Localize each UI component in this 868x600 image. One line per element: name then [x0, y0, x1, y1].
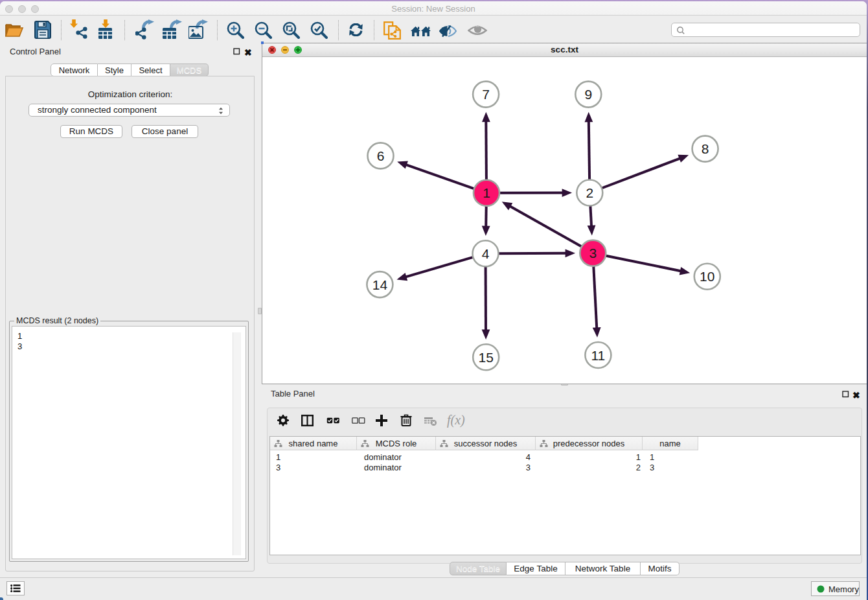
- svg-text:6: 6: [377, 148, 385, 163]
- svg-text:1: 1: [483, 185, 490, 200]
- svg-text:4: 4: [482, 246, 490, 261]
- svg-text:7: 7: [482, 87, 490, 102]
- svg-text:10: 10: [700, 269, 714, 284]
- svg-text:14: 14: [372, 277, 388, 292]
- svg-text:15: 15: [479, 350, 494, 365]
- svg-text:11: 11: [591, 348, 605, 363]
- svg-text:9: 9: [584, 87, 592, 102]
- svg-text:3: 3: [589, 246, 597, 260]
- svg-text:8: 8: [702, 141, 709, 156]
- svg-text:2: 2: [586, 185, 593, 200]
